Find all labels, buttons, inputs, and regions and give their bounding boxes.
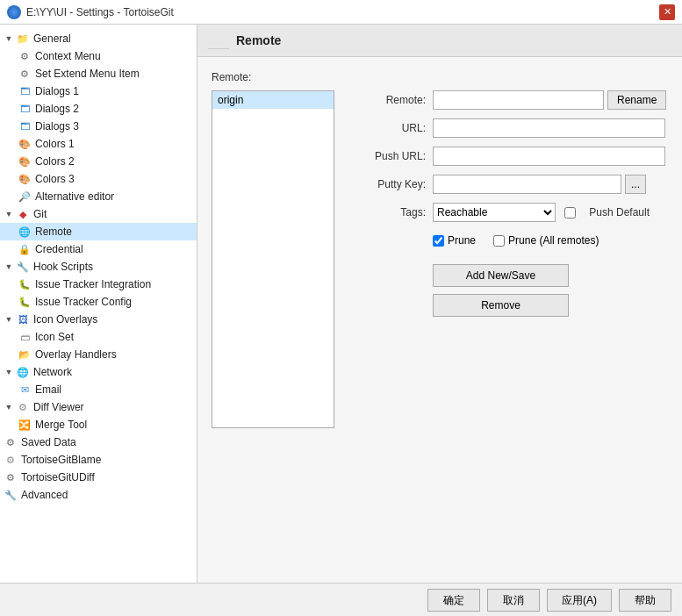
sidebar-item-diff-viewer[interactable]: ▼ ⚙ Diff Viewer <box>0 398 197 416</box>
remote-section-label: Remote: <box>212 71 668 83</box>
sidebar-item-credential[interactable]: 🔒 Credential <box>0 240 197 258</box>
prune-checkbox[interactable] <box>433 235 444 247</box>
sidebar-item-merge-tool[interactable]: 🔀 Merge Tool <box>0 416 197 433</box>
sidebar-item-icon-set[interactable]: 🗃 Icon Set <box>0 328 197 346</box>
remove-button[interactable]: Remove <box>433 294 569 317</box>
app-icon <box>7 5 21 19</box>
email-icon: ✉ <box>18 383 32 397</box>
saved-icon: ⚙ <box>4 435 18 449</box>
apply-button[interactable]: 应用(A) <box>547 589 612 612</box>
sidebar-item-colors2[interactable]: 🎨 Colors 2 <box>0 153 197 170</box>
push-default-container: Push Default <box>564 206 657 218</box>
sidebar-label: Credential <box>35 243 83 255</box>
rename-button[interactable]: Rename <box>607 90 666 110</box>
sidebar-label: Issue Tracker Integration <box>35 278 151 290</box>
udiff-icon: ⚙ <box>4 470 18 484</box>
sidebar-item-remote[interactable]: 🌐 Remote <box>0 223 197 240</box>
credential-icon: 🔒 <box>18 242 32 256</box>
dialog-icon: 🗔 <box>18 84 32 98</box>
cancel-button[interactable]: 取消 <box>487 589 540 612</box>
sidebar-item-issue-tracker-int[interactable]: 🐛 Issue Tracker Integration <box>0 276 197 293</box>
window-title: E:\YY\UI - Settings - TortoiseGit <box>26 6 174 18</box>
tags-select[interactable]: Reachable All None <box>433 203 556 222</box>
sidebar-item-issue-tracker-cfg[interactable]: 🐛 Issue Tracker Config <box>0 293 197 311</box>
prune-label-container[interactable]: Prune <box>433 234 476 247</box>
close-button[interactable]: ✕ <box>659 4 675 20</box>
iconset-icon: 🗃 <box>18 330 32 344</box>
putty-browse-button[interactable]: ... <box>625 175 646 194</box>
sidebar-label: Icon Set <box>35 331 74 343</box>
sidebar-item-saved-data[interactable]: ⚙ Saved Data <box>0 433 197 451</box>
expand-icon: ▼ <box>4 261 14 272</box>
putty-key-field-row: Putty Key: ... <box>355 175 668 194</box>
remote-list[interactable]: origin <box>212 90 334 428</box>
colors-icon: 🎨 <box>18 172 32 186</box>
prune-row: Prune Prune (All remotes) <box>433 234 668 247</box>
sidebar-label: Issue Tracker Config <box>35 296 132 308</box>
folder-icon: 📁 <box>16 32 30 46</box>
panel-title: Remote <box>236 33 281 47</box>
sidebar-item-alt-editor[interactable]: 🔎 Alternative editor <box>0 188 197 205</box>
sidebar-label: Hook Scripts <box>33 261 93 273</box>
sidebar-label: Dialogs 2 <box>35 103 79 115</box>
sidebar-label: Colors 1 <box>35 138 75 150</box>
sidebar-item-dialogs2[interactable]: 🗔 Dialogs 2 <box>0 100 197 118</box>
sidebar-label: Git <box>33 208 47 220</box>
edit-icon: 🔎 <box>18 190 32 204</box>
sidebar-item-hook-scripts[interactable]: ▼ 🔧 Hook Scripts <box>0 258 197 276</box>
sidebar-item-email[interactable]: ✉ Email <box>0 381 197 398</box>
sidebar-item-tortoise-blame[interactable]: ⚙ TortoiseGitBlame <box>0 451 197 469</box>
sidebar-label: Colors 3 <box>35 173 75 185</box>
bottom-bar: 确定 取消 应用(A) 帮助 <box>0 583 682 616</box>
dialog-icon: 🗔 <box>18 102 32 116</box>
sidebar-item-dialogs1[interactable]: 🗔 Dialogs 1 <box>0 82 197 100</box>
advanced-icon: 🔧 <box>4 488 18 502</box>
gear-icon: ⚙ <box>18 49 32 63</box>
sidebar-item-overlay-handlers[interactable]: 📂 Overlay Handlers <box>0 346 197 363</box>
sidebar: ▼ 📁 General ⚙ Context Menu ⚙ Set Extend … <box>0 25 197 583</box>
prune-all-label-container[interactable]: Prune (All remotes) <box>493 234 599 247</box>
bug-icon: 🐛 <box>18 277 32 291</box>
push-default-label[interactable]: Push Default <box>579 206 650 218</box>
git-icon: ◆ <box>16 207 30 221</box>
help-button[interactable]: 帮助 <box>619 589 671 612</box>
url-field-input[interactable] <box>433 118 665 138</box>
prune-all-checkbox[interactable] <box>493 235 505 247</box>
sidebar-item-set-extend[interactable]: ⚙ Set Extend Menu Item <box>0 65 197 82</box>
sidebar-label: Diff Viewer <box>33 401 84 413</box>
prune-all-label-text: Prune (All remotes) <box>508 234 599 247</box>
title-bar: E:\YY\UI - Settings - TortoiseGit ✕ <box>0 0 682 25</box>
sidebar-item-general[interactable]: ▼ 📁 General <box>0 30 197 47</box>
network-icon: 🌐 <box>16 365 30 379</box>
add-save-button[interactable]: Add New/Save <box>433 264 569 287</box>
push-url-field-label: Push URL: <box>355 150 426 162</box>
remote-field-label: Remote: <box>355 94 426 106</box>
remote-list-item[interactable]: origin <box>212 91 334 109</box>
gear-icon: ⚙ <box>18 67 32 81</box>
sidebar-item-icon-overlays[interactable]: ▼ 🖼 Icon Overlays <box>0 311 197 328</box>
sidebar-item-git[interactable]: ▼ ◆ Git <box>0 205 197 223</box>
remote-icon: 🌐 <box>18 225 32 239</box>
sidebar-label: TortoiseGitUDiff <box>21 471 95 483</box>
putty-key-field-input[interactable] <box>433 175 621 194</box>
remote-field-input[interactable] <box>433 90 604 110</box>
push-url-field-input[interactable] <box>433 147 665 166</box>
sidebar-label: Overlay Handlers <box>35 348 117 361</box>
sidebar-item-colors3[interactable]: 🎨 Colors 3 <box>0 170 197 188</box>
push-default-checkbox[interactable] <box>564 207 576 218</box>
sidebar-label: Dialogs 3 <box>35 120 79 133</box>
sidebar-item-context-menu[interactable]: ⚙ Context Menu <box>0 47 197 65</box>
expand-icon: ▼ <box>4 314 14 325</box>
expand-icon: ▼ <box>4 209 14 219</box>
remote-form: Remote: Rename URL: Push URL: <box>355 90 668 317</box>
colors-icon: 🎨 <box>18 137 32 151</box>
dialog-icon: 🗔 <box>18 119 32 133</box>
sidebar-item-colors1[interactable]: 🎨 Colors 1 <box>0 135 197 153</box>
sidebar-item-tortoise-udiff[interactable]: ⚙ TortoiseGitUDiff <box>0 469 197 486</box>
tags-row: Tags: Reachable All None Push Default <box>355 203 668 222</box>
remote-field-row: Remote: Rename <box>355 90 668 110</box>
sidebar-item-network[interactable]: ▼ 🌐 Network <box>0 363 197 381</box>
sidebar-item-advanced[interactable]: 🔧 Advanced <box>0 486 197 504</box>
sidebar-item-dialogs3[interactable]: 🗔 Dialogs 3 <box>0 118 197 135</box>
confirm-button[interactable]: 确定 <box>427 589 480 612</box>
